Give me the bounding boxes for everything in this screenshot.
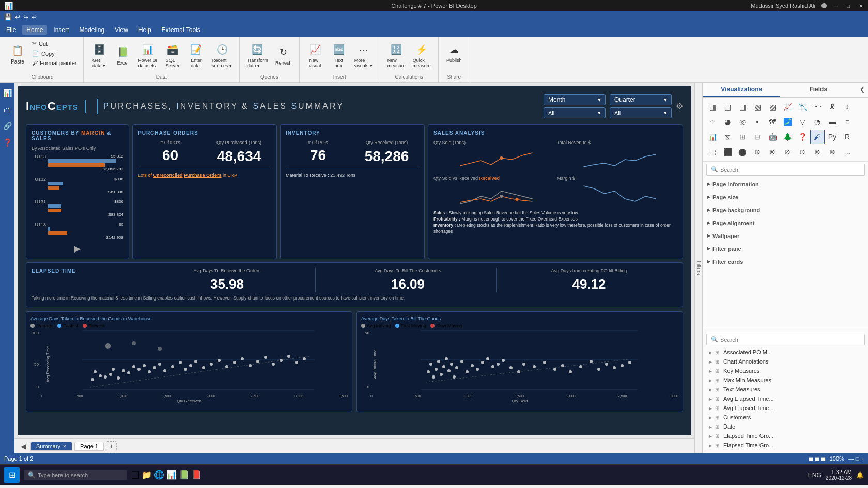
add-page-button[interactable]: + <box>106 441 117 451</box>
quarter-filter-dropdown[interactable]: Quarter ▾ <box>610 94 672 105</box>
left-model-icon[interactable]: 🔗 <box>1 120 13 132</box>
viz-icon9[interactable]: ⊛ <box>825 145 840 159</box>
viz-stacked-bar[interactable]: ▤ <box>720 100 735 114</box>
field-date[interactable]: ▸ ⊞ Date <box>703 422 868 431</box>
viz-icon1[interactable]: ⬚ <box>705 145 720 159</box>
viz-gauge[interactable]: ◔ <box>810 115 825 129</box>
viz-funnel[interactable]: ▽ <box>795 115 810 129</box>
viz-map[interactable]: 🗺 <box>765 115 780 129</box>
undo2-button[interactable]: ↩ <box>32 13 37 21</box>
enter-data-button[interactable]: 📝 Enterdata <box>185 39 208 70</box>
viz-matrix[interactable]: ⊟ <box>750 130 765 144</box>
viz-qna[interactable]: ❓ <box>795 130 810 144</box>
quick-measure-button[interactable]: ⚡ Quickmeasure <box>410 39 434 70</box>
viz-donut[interactable]: ◎ <box>735 115 750 129</box>
viz-icon4[interactable]: ⊕ <box>750 145 765 159</box>
excel-button[interactable]: 📗 Excel <box>112 42 134 68</box>
viz-icon2[interactable]: ⬛ <box>720 145 735 159</box>
excel-taskbar-icon[interactable]: 📗 <box>179 470 189 480</box>
viz-icon8[interactable]: ⊚ <box>810 145 825 159</box>
copy-button[interactable]: 📄Copy <box>30 49 79 58</box>
format-painter-button[interactable]: 🖌Format painter <box>30 59 79 67</box>
viz-kpi[interactable]: 📊 <box>705 130 720 144</box>
tab-page1[interactable]: Page 1 <box>74 442 104 451</box>
field-text-measures[interactable]: ▸ ⊞ Text Measures <box>703 385 868 394</box>
menu-modeling[interactable]: Modeling <box>75 25 109 35</box>
tab-visualizations[interactable]: Visualizations <box>703 83 780 97</box>
taskbar-search[interactable]: 🔍 Type here to search <box>24 470 127 480</box>
field-elapsed-time-1[interactable]: ▸ ⊞ Elapsed Time Gro... <box>703 431 868 440</box>
month-filter-value[interactable]: All ▾ <box>544 107 606 118</box>
menu-insert[interactable]: Insert <box>49 25 73 35</box>
viz-line-area[interactable]: 〰 <box>810 100 825 114</box>
minimize-button[interactable]: ─ <box>833 3 839 9</box>
quarter-filter-value[interactable]: All ▾ <box>610 107 672 118</box>
viz-icon3[interactable]: ⬤ <box>735 145 750 159</box>
field-max-min-measures[interactable]: ▸ ⊞ Max Min Measures <box>703 375 868 385</box>
file-explorer-icon[interactable]: 📁 <box>142 470 152 480</box>
viz-waterfall[interactable]: ↕ <box>840 100 855 114</box>
viz-ai-chart[interactable]: 🤖 <box>765 130 780 144</box>
viz-multirow-card[interactable]: ≡ <box>840 115 855 129</box>
field-chart-annotations[interactable]: ▸ ⊞ Chart Annotations <box>703 357 868 366</box>
viz-filled-map[interactable]: 🗾 <box>780 115 795 129</box>
viz-icon6[interactable]: ⊘ <box>780 145 795 159</box>
viz-treemap[interactable]: ▪ <box>750 115 765 129</box>
field-inventory[interactable]: ▸ ⊞ Inventory <box>703 450 868 451</box>
transform-data-button[interactable]: 🔄 Transformdata ▾ <box>244 39 271 70</box>
new-measure-button[interactable]: 🔢 Newmeasure <box>384 39 409 70</box>
left-report-icon[interactable]: 📊 <box>1 87 13 99</box>
powerbi-datasets-button[interactable]: 📊 Power BIdatasets <box>135 39 161 70</box>
new-visual-button[interactable]: 📈 Newvisual <box>304 39 327 70</box>
viz-scatter[interactable]: ⁘ <box>705 115 720 129</box>
viz-table[interactable]: ⊞ <box>735 130 750 144</box>
undo-button[interactable]: ↩ <box>15 13 20 21</box>
viz-line-chart[interactable]: 📈 <box>780 100 795 114</box>
visualizations-search-box[interactable]: 🔍 <box>706 164 865 176</box>
visualizations-search-input[interactable] <box>720 167 860 173</box>
menu-help[interactable]: Help <box>134 25 156 35</box>
menu-external-tools[interactable]: External Tools <box>158 25 205 35</box>
task-view-icon[interactable]: ❑ <box>131 469 140 481</box>
filter-pane-toggle[interactable]: ▸ Filter pane <box>703 243 868 254</box>
viz-format-paint[interactable]: 🖌 <box>810 130 825 144</box>
viz-bar-horizontal[interactable]: ▧ <box>750 100 765 114</box>
left-qa-icon[interactable]: ❓ <box>1 136 13 149</box>
notification-icon[interactable]: 🔔 <box>856 471 864 479</box>
page-align-toggle[interactable]: ▸ Page alignment <box>703 217 868 228</box>
customers-nav-arrow[interactable]: ▶ <box>32 244 123 254</box>
field-associated-po[interactable]: ▸ ⊞ Associated PO M... <box>703 348 868 357</box>
page-prev-button[interactable]: ◀ <box>19 442 28 450</box>
viz-bar-chart[interactable]: ▦ <box>705 100 720 114</box>
field-customers[interactable]: ▸ ⊞ Customers <box>703 413 868 422</box>
month-filter-dropdown[interactable]: Month ▾ <box>544 94 606 105</box>
edge-icon[interactable]: 🌐 <box>154 470 164 480</box>
field-avg-elapsed-1[interactable]: ▸ ⊞ Avg Elapsed Time... <box>703 394 868 403</box>
viz-custom2[interactable]: R <box>840 130 855 144</box>
menu-home[interactable]: Home <box>22 25 47 35</box>
field-key-measures[interactable]: ▸ ⊞ Key Measures <box>703 366 868 375</box>
viz-custom1[interactable]: Py <box>825 130 840 144</box>
fields-search-box[interactable]: 🔍 <box>706 334 865 345</box>
menu-file[interactable]: File <box>2 25 20 35</box>
recent-sources-button[interactable]: 🕒 Recentsources ▾ <box>209 39 235 70</box>
restore-button[interactable]: □ <box>845 3 851 9</box>
windows-button[interactable]: ⊞ <box>4 467 20 483</box>
viz-slicer[interactable]: ⧖ <box>720 130 735 144</box>
expand-panel-button[interactable]: ❮ <box>857 83 868 97</box>
save-qa-button[interactable]: 💾 <box>4 13 12 21</box>
viz-area-chart[interactable]: 📉 <box>795 100 810 114</box>
page-info-toggle[interactable]: ▸ Page information <box>703 179 868 190</box>
menu-view[interactable]: View <box>111 25 132 35</box>
tab-fields[interactable]: Fields <box>780 83 857 97</box>
close-button[interactable]: ✕ <box>858 3 864 9</box>
more-visuals-button[interactable]: ⋯ Morevisuals ▾ <box>351 39 376 70</box>
powerpoint-taskbar-icon[interactable]: 📕 <box>191 470 202 480</box>
get-data-button[interactable]: 🗄️ Getdata ▾ <box>88 39 111 70</box>
filter-icon[interactable]: ⚙ <box>676 101 683 111</box>
viz-icon7[interactable]: ⊙ <box>795 145 810 159</box>
tab-summary-close[interactable]: ✕ <box>63 444 67 449</box>
field-elapsed-time-2[interactable]: ▸ ⊞ Elapsed Time Gro... <box>703 440 868 450</box>
viz-100-bar[interactable]: ▥ <box>735 100 750 114</box>
redo-button[interactable]: ↪ <box>23 13 28 21</box>
